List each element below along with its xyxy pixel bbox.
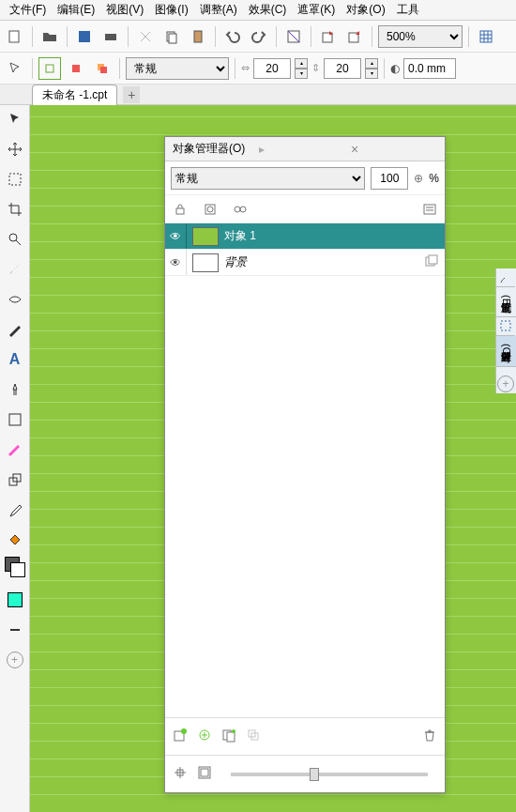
reset-colors[interactable] xyxy=(5,620,25,640)
add-panel-button[interactable]: + xyxy=(496,375,515,393)
import-button[interactable] xyxy=(317,25,340,48)
object-manager-tab[interactable]: 对象管理器(O) xyxy=(496,336,516,367)
merge-button[interactable] xyxy=(246,728,261,745)
lock-icon[interactable] xyxy=(171,200,190,219)
marquee-tool[interactable] xyxy=(5,169,25,190)
secondary-swatch[interactable] xyxy=(5,590,25,610)
mode-select[interactable]: 常规 xyxy=(126,57,229,80)
menu-effect[interactable]: 效果(C) xyxy=(243,0,293,20)
svg-rect-0 xyxy=(9,31,19,42)
paste-button[interactable] xyxy=(187,25,209,48)
thumb-large-icon[interactable] xyxy=(197,765,212,783)
duplicate-object-icon[interactable] xyxy=(91,57,114,80)
new-mask-button[interactable] xyxy=(221,728,236,745)
visibility-icon[interactable]: 👁 xyxy=(165,256,186,269)
add-tab-button[interactable]: + xyxy=(123,86,140,103)
svg-rect-9 xyxy=(480,31,492,42)
grid-button[interactable] xyxy=(475,25,497,48)
print-button[interactable] xyxy=(99,25,122,48)
add-tool[interactable]: + xyxy=(5,650,25,670)
undo-button[interactable] xyxy=(221,25,244,48)
svg-rect-21 xyxy=(176,208,184,214)
document-tab[interactable]: 未命名 -1.cpt xyxy=(32,84,117,105)
zoom-tool[interactable] xyxy=(5,229,25,250)
svg-point-24 xyxy=(235,207,240,212)
layer-thumbnail xyxy=(192,253,219,272)
close-icon[interactable]: × xyxy=(351,142,437,157)
menu-bar: 文件(F) 编辑(E) 视图(V) 图像(I) 调整(A) 效果(C) 遮罩(K… xyxy=(0,0,516,21)
cut-button[interactable] xyxy=(134,25,157,48)
redo-button[interactable] xyxy=(248,25,270,48)
zoom-select[interactable]: 500% xyxy=(378,25,463,48)
objmgr-tab-icon[interactable] xyxy=(496,317,515,336)
menu-object[interactable]: 对象(O) xyxy=(341,0,390,20)
svg-rect-28 xyxy=(429,255,437,264)
opacity-input[interactable] xyxy=(371,167,408,190)
svg-rect-2 xyxy=(105,34,116,40)
delete-object-icon[interactable] xyxy=(65,57,87,80)
document-tabs: 未命名 -1.cpt + xyxy=(0,84,516,105)
hspace-spinner[interactable]: ▴▾ xyxy=(295,58,308,79)
pick-tool[interactable] xyxy=(5,109,25,130)
eyedropper-tool[interactable] xyxy=(5,499,25,520)
new-object-icon[interactable] xyxy=(38,57,61,80)
pen-tool[interactable] xyxy=(5,319,25,340)
eraser-tool[interactable] xyxy=(5,379,25,400)
menu-tool[interactable]: 工具 xyxy=(391,0,425,20)
svg-rect-13 xyxy=(100,67,107,73)
blend-mode-select[interactable]: 常规 xyxy=(171,167,365,190)
svg-rect-26 xyxy=(424,205,435,214)
brush-settings-tab[interactable]: 笔刷设置(B) xyxy=(496,287,516,317)
svg-rect-14 xyxy=(9,174,21,185)
visibility-icon[interactable]: 👁 xyxy=(165,230,186,243)
new-button[interactable] xyxy=(4,25,26,48)
pick-tool-icon[interactable] xyxy=(4,57,26,80)
object-manager-panel: 对象管理器(O) ▸ × 常规 ⊕ % 👁 对象 1 👁 背景 xyxy=(164,136,446,793)
color-swatches[interactable] xyxy=(5,559,25,580)
layers-list: 👁 对象 1 👁 背景 xyxy=(165,223,445,717)
brush-tab-icon[interactable] xyxy=(496,268,515,287)
new-layer-button[interactable] xyxy=(173,728,188,745)
layer-row[interactable]: 👁 背景 xyxy=(165,250,445,276)
menu-file[interactable]: 文件(F) xyxy=(4,0,52,20)
layer-options-icon[interactable] xyxy=(420,200,439,219)
crop-tool[interactable] xyxy=(5,199,25,220)
paint-tool[interactable] xyxy=(5,439,25,460)
vspace-spinner[interactable]: ▴▾ xyxy=(365,58,378,79)
dock-icon[interactable]: ▸ xyxy=(259,143,345,156)
open-button[interactable] xyxy=(38,25,61,48)
delete-layer-button[interactable] xyxy=(422,728,437,745)
vspace-input[interactable] xyxy=(324,58,361,79)
link-icon[interactable] xyxy=(231,200,250,219)
move-tool[interactable] xyxy=(5,139,25,160)
opacity-lock-icon[interactable]: ⊕ xyxy=(414,172,423,185)
fill-tool[interactable] xyxy=(5,529,25,550)
save-button[interactable] xyxy=(73,25,96,48)
brush-tool[interactable] xyxy=(5,259,25,280)
copy-button[interactable] xyxy=(160,25,183,48)
clip-icon[interactable] xyxy=(201,200,220,219)
svg-rect-11 xyxy=(72,65,80,72)
menu-adjust[interactable]: 调整(A) xyxy=(194,0,243,20)
menu-view[interactable]: 视图(V) xyxy=(100,0,149,20)
stroke-input[interactable] xyxy=(403,58,456,79)
launch-button[interactable] xyxy=(282,25,305,48)
panel-titlebar[interactable]: 对象管理器(O) ▸ × xyxy=(165,137,445,161)
new-group-button[interactable] xyxy=(197,728,212,745)
hspace-input[interactable] xyxy=(253,58,291,79)
bg-options-icon[interactable] xyxy=(424,253,439,271)
panel-bottom-toolbar xyxy=(165,717,445,755)
stroke-icon: ◐ xyxy=(390,62,400,75)
menu-edit[interactable]: 编辑(E) xyxy=(52,0,100,20)
thumb-size-slider[interactable] xyxy=(231,773,428,776)
clone-tool[interactable] xyxy=(5,469,25,490)
shape-tool[interactable] xyxy=(5,409,25,430)
layer-row[interactable]: 👁 对象 1 xyxy=(165,223,445,250)
export-button[interactable] xyxy=(343,25,366,48)
thumb-small-icon[interactable] xyxy=(173,765,188,783)
svg-point-30 xyxy=(181,728,187,734)
text-tool[interactable]: A xyxy=(5,349,25,370)
menu-image[interactable]: 图像(I) xyxy=(149,0,193,20)
menu-mask[interactable]: 遮罩(K) xyxy=(292,0,341,20)
effect-tool[interactable] xyxy=(5,289,25,310)
